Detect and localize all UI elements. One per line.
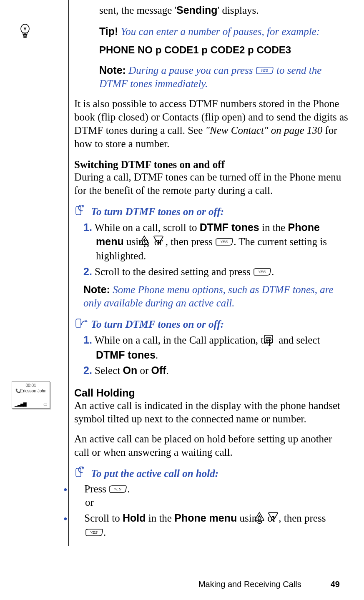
lightbulb-icon <box>19 23 31 41</box>
main-content: sent, the message 'Sending' displays. Ti… <box>74 3 349 540</box>
page-footer: Making and Receiving Calls49 <box>0 580 364 589</box>
svg-text:YES: YES <box>261 68 268 73</box>
page-number: 49 <box>331 580 340 589</box>
svg-text:YES: YES <box>114 487 121 491</box>
phone-display-thumbnail: 00:01 📞Ericsson John ▁▃▅▇ ▭ <box>12 381 50 409</box>
tip-label: Tip! <box>99 25 118 37</box>
proc2-step2: 2. Select On or Off. <box>83 364 349 378</box>
section-call-holding: Call Holding <box>74 387 349 399</box>
thumb-caller: 📞Ericsson John <box>13 389 49 393</box>
paragraph-phonebook: It is also possible to access DTMF numbe… <box>74 97 349 151</box>
svg-text:YES: YES <box>90 530 98 535</box>
footer-title: Making and Receiving Calls <box>198 580 301 589</box>
svg-text:YES: YES <box>220 240 228 244</box>
vertical-rule <box>68 0 69 546</box>
page: 00:01 📞Ericsson John ▁▃▅▇ ▭ sent, the me… <box>0 0 364 600</box>
svg-text:YES: YES <box>258 270 266 274</box>
yes-button-icon: YES <box>215 238 233 246</box>
proc3-bullet2: • Scroll to Hold in the Phone menu using… <box>74 511 349 540</box>
svg-point-0 <box>21 24 29 33</box>
yes-button-icon: YES <box>253 268 271 276</box>
tip-block: Tip! You can enter a number of pauses, f… <box>99 25 349 38</box>
proc2-step1: 1. While on a call, in the Call applicat… <box>83 333 349 362</box>
thumb-timer: 00:01 <box>13 383 49 388</box>
flip-closed-icon <box>74 205 88 219</box>
flip-open-icon <box>74 317 88 331</box>
call-holding-p2: An active call can be placed on hold bef… <box>74 432 349 459</box>
proc3-bullet1: • Press YES.or <box>74 482 349 510</box>
note-1: Note: During a pause you can press YES t… <box>99 63 349 90</box>
signal-icon: ▁▃▅▇ <box>15 402 26 407</box>
yes-button-icon: YES <box>256 66 274 75</box>
procedure-3-heading: To put the active call on hold: <box>74 467 349 481</box>
procedure-1-heading: To turn DTMF tones on or off: <box>74 205 349 219</box>
subheading-body: During a call, DTMF tones can be turned … <box>74 171 349 197</box>
flip-closed-icon <box>74 467 88 481</box>
procedure-2-heading: To turn DTMF tones on or off: <box>74 317 349 331</box>
proc1-step2: 2. Scroll to the desired setting and pre… <box>83 265 349 279</box>
yes-button-icon: YES <box>109 485 127 493</box>
procedure-2-steps: 1. While on a call, in the Call applicat… <box>83 333 349 378</box>
battery-icon: ▭ <box>43 402 47 407</box>
procedure-3-bullets: • Press YES.or • Scroll to Hold in the P… <box>74 482 349 540</box>
proc1-step1: 1. While on a call, scroll to DTMF tones… <box>83 221 349 263</box>
note-2: Note: Some Phone menu options, such as D… <box>83 283 349 310</box>
call-holding-p1: An active call is indicated in the displ… <box>74 399 349 426</box>
procedure-1-steps: 1. While on a call, scroll to DTMF tones… <box>83 221 349 279</box>
intro-line: sent, the message 'Sending' displays. <box>99 3 349 17</box>
note-label: Note: <box>99 64 126 76</box>
subheading-switching: Switching DTMF tones on and off <box>74 159 349 171</box>
note-label: Note: <box>83 284 110 295</box>
code-example: PHONE NO p CODE1 p CODE2 p CODE3 <box>99 44 349 56</box>
yes-button-icon: YES <box>85 528 103 537</box>
